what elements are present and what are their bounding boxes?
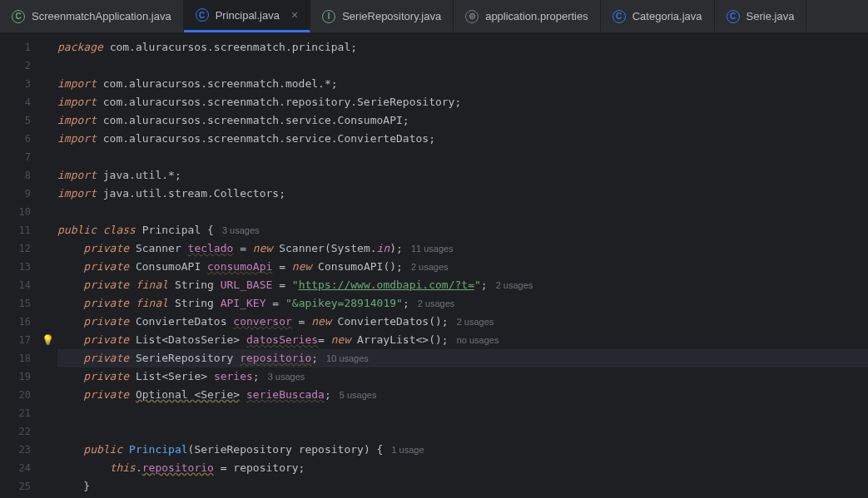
- interface-icon: I: [322, 10, 335, 23]
- usage-hint[interactable]: 3 usages: [260, 372, 305, 382]
- usage-hint[interactable]: 3 usages: [214, 225, 260, 235]
- usage-hint[interactable]: 2 usages: [488, 280, 533, 290]
- tab-label: Serie.java: [746, 10, 795, 22]
- tab-label: Categoria.java: [632, 10, 702, 22]
- class-icon: C: [196, 8, 209, 22]
- usage-hint[interactable]: no usages: [449, 335, 499, 345]
- usage-hint[interactable]: 2 usages: [403, 262, 449, 272]
- usage-hint[interactable]: 2 usages: [449, 317, 494, 327]
- tab-application-properties[interactable]: ⚙ application.properties: [454, 0, 601, 32]
- properties-icon: ⚙: [465, 10, 479, 23]
- usage-hint[interactable]: 10 usages: [318, 353, 369, 363]
- code-content[interactable]: package com.aluracursos.screenmatch.prin…: [56, 33, 868, 498]
- editor-tabs: C ScreenmatchApplication.java C Principa…: [0, 0, 868, 33]
- tab-label: SerieRepository.java: [342, 10, 441, 22]
- tab-screenmatch-application[interactable]: C ScreenmatchApplication.java: [0, 0, 184, 32]
- class-icon: C: [727, 10, 740, 23]
- usage-hint[interactable]: 5 usages: [331, 390, 377, 400]
- tab-serie-repository[interactable]: I SerieRepository.java: [310, 0, 454, 32]
- usage-hint[interactable]: 11 usages: [403, 244, 454, 254]
- class-icon: C: [12, 10, 25, 23]
- tab-label: Principal.java: [216, 9, 280, 22]
- usage-hint[interactable]: 2 usages: [409, 298, 455, 308]
- tab-label: ScreenmatchApplication.java: [32, 10, 171, 22]
- intention-bulb-icon[interactable]: 💡: [42, 334, 54, 346]
- tab-categoria[interactable]: C Categoria.java: [601, 0, 715, 32]
- tab-serie[interactable]: C Serie.java: [715, 0, 807, 32]
- class-icon: C: [613, 10, 626, 23]
- editor-area[interactable]: 1234567891011121314151617181920212223242…: [0, 33, 868, 498]
- line-number-gutter: 1234567891011121314151617181920212223242…: [0, 33, 39, 498]
- tab-label: application.properties: [485, 10, 588, 22]
- tab-principal[interactable]: C Principal.java ×: [184, 0, 311, 32]
- usage-hint[interactable]: 1 usage: [383, 445, 424, 455]
- hint-gutter: 💡: [39, 33, 56, 498]
- close-icon[interactable]: ×: [291, 8, 298, 22]
